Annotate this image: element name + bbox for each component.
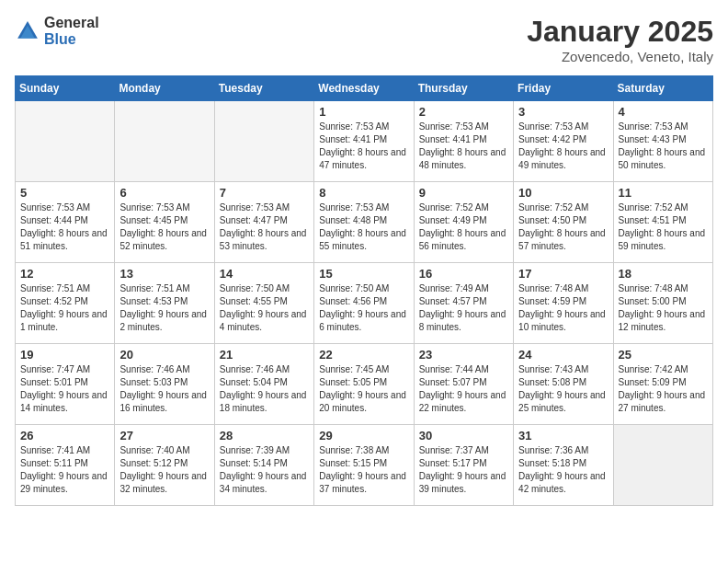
day-number: 31 bbox=[518, 429, 608, 442]
day-number: 10 bbox=[518, 186, 608, 200]
day-number: 6 bbox=[119, 186, 209, 200]
cell-sun-info: Sunrise: 7:43 AM Sunset: 5:08 PM Dayligh… bbox=[518, 363, 608, 415]
calendar-header-row: SundayMondayTuesdayWednesdayThursdayFrid… bbox=[16, 76, 713, 101]
header-thursday: Thursday bbox=[414, 76, 513, 101]
day-number: 28 bbox=[220, 429, 309, 442]
day-number: 17 bbox=[518, 267, 608, 281]
calendar-cell: 16Sunrise: 7:49 AM Sunset: 4:57 PM Dayli… bbox=[414, 263, 513, 344]
day-number: 8 bbox=[319, 186, 408, 200]
day-number: 9 bbox=[419, 186, 508, 200]
calendar-table: SundayMondayTuesdayWednesdayThursdayFrid… bbox=[15, 75, 713, 506]
header-monday: Monday bbox=[115, 76, 214, 101]
calendar-cell: 7Sunrise: 7:53 AM Sunset: 4:47 PM Daylig… bbox=[214, 182, 313, 263]
cell-sun-info: Sunrise: 7:53 AM Sunset: 4:45 PM Dayligh… bbox=[119, 201, 209, 253]
header-sunday: Sunday bbox=[16, 76, 115, 101]
day-number: 1 bbox=[319, 105, 408, 119]
calendar-cell: 18Sunrise: 7:48 AM Sunset: 5:00 PM Dayli… bbox=[613, 263, 712, 344]
cell-sun-info: Sunrise: 7:40 AM Sunset: 5:12 PM Dayligh… bbox=[119, 444, 209, 496]
cell-sun-info: Sunrise: 7:49 AM Sunset: 4:57 PM Dayligh… bbox=[419, 282, 508, 334]
day-number: 26 bbox=[20, 429, 109, 442]
cell-sun-info: Sunrise: 7:46 AM Sunset: 5:04 PM Dayligh… bbox=[220, 363, 309, 415]
location: Zovencedo, Veneto, Italy bbox=[527, 49, 713, 64]
calendar-cell: 15Sunrise: 7:50 AM Sunset: 4:56 PM Dayli… bbox=[314, 263, 414, 344]
cell-sun-info: Sunrise: 7:45 AM Sunset: 5:05 PM Dayligh… bbox=[319, 363, 408, 415]
day-number: 27 bbox=[119, 429, 209, 442]
calendar-cell: 19Sunrise: 7:47 AM Sunset: 5:01 PM Dayli… bbox=[16, 344, 115, 425]
cell-sun-info: Sunrise: 7:42 AM Sunset: 5:09 PM Dayligh… bbox=[619, 363, 708, 415]
cell-sun-info: Sunrise: 7:39 AM Sunset: 5:14 PM Dayligh… bbox=[220, 444, 309, 496]
cell-sun-info: Sunrise: 7:48 AM Sunset: 4:59 PM Dayligh… bbox=[518, 282, 608, 334]
header-tuesday: Tuesday bbox=[214, 76, 313, 101]
cell-sun-info: Sunrise: 7:37 AM Sunset: 5:17 PM Dayligh… bbox=[419, 444, 508, 496]
calendar-cell: 31Sunrise: 7:36 AM Sunset: 5:18 PM Dayli… bbox=[514, 425, 613, 506]
cell-sun-info: Sunrise: 7:52 AM Sunset: 4:51 PM Dayligh… bbox=[619, 201, 708, 253]
cell-sun-info: Sunrise: 7:51 AM Sunset: 4:53 PM Dayligh… bbox=[119, 282, 209, 334]
day-number: 12 bbox=[20, 267, 109, 281]
logo-general-text: General bbox=[44, 15, 99, 31]
logo-blue-text: Blue bbox=[44, 31, 99, 48]
cell-sun-info: Sunrise: 7:50 AM Sunset: 4:56 PM Dayligh… bbox=[319, 282, 408, 334]
header-saturday: Saturday bbox=[613, 76, 712, 101]
calendar-week-row: 19Sunrise: 7:47 AM Sunset: 5:01 PM Dayli… bbox=[16, 344, 713, 425]
day-number: 22 bbox=[319, 348, 408, 362]
cell-sun-info: Sunrise: 7:50 AM Sunset: 4:55 PM Dayligh… bbox=[220, 282, 309, 334]
day-number: 21 bbox=[220, 348, 309, 362]
calendar-week-row: 1Sunrise: 7:53 AM Sunset: 4:41 PM Daylig… bbox=[16, 101, 713, 182]
calendar-cell: 13Sunrise: 7:51 AM Sunset: 4:53 PM Dayli… bbox=[115, 263, 214, 344]
cell-sun-info: Sunrise: 7:53 AM Sunset: 4:44 PM Dayligh… bbox=[20, 201, 109, 253]
calendar-cell: 2Sunrise: 7:53 AM Sunset: 4:41 PM Daylig… bbox=[414, 101, 513, 182]
calendar-cell: 5Sunrise: 7:53 AM Sunset: 4:44 PM Daylig… bbox=[16, 182, 115, 263]
day-number: 18 bbox=[619, 267, 708, 281]
day-number: 20 bbox=[119, 348, 209, 362]
calendar-cell: 1Sunrise: 7:53 AM Sunset: 4:41 PM Daylig… bbox=[314, 101, 414, 182]
day-number: 23 bbox=[419, 348, 508, 362]
cell-sun-info: Sunrise: 7:46 AM Sunset: 5:03 PM Dayligh… bbox=[119, 363, 209, 415]
cell-sun-info: Sunrise: 7:53 AM Sunset: 4:43 PM Dayligh… bbox=[619, 121, 708, 172]
cell-sun-info: Sunrise: 7:41 AM Sunset: 5:11 PM Dayligh… bbox=[20, 444, 109, 496]
calendar-cell: 11Sunrise: 7:52 AM Sunset: 4:51 PM Dayli… bbox=[613, 182, 712, 263]
calendar-week-row: 12Sunrise: 7:51 AM Sunset: 4:52 PM Dayli… bbox=[16, 263, 713, 344]
calendar-cell: 9Sunrise: 7:52 AM Sunset: 4:49 PM Daylig… bbox=[414, 182, 513, 263]
day-number: 11 bbox=[619, 186, 708, 200]
calendar-cell: 6Sunrise: 7:53 AM Sunset: 4:45 PM Daylig… bbox=[115, 182, 214, 263]
calendar-cell: 20Sunrise: 7:46 AM Sunset: 5:03 PM Dayli… bbox=[115, 344, 214, 425]
header-friday: Friday bbox=[514, 76, 613, 101]
day-number: 7 bbox=[220, 186, 309, 200]
day-number: 24 bbox=[518, 348, 608, 362]
page-header: General Blue January 2025 Zovencedo, Ven… bbox=[15, 15, 713, 64]
day-number: 19 bbox=[20, 348, 109, 362]
calendar-cell bbox=[214, 101, 313, 182]
month-title: January 2025 bbox=[527, 15, 713, 49]
header-wednesday: Wednesday bbox=[314, 76, 414, 101]
calendar-cell: 29Sunrise: 7:38 AM Sunset: 5:15 PM Dayli… bbox=[314, 425, 414, 506]
day-number: 14 bbox=[220, 267, 309, 281]
cell-sun-info: Sunrise: 7:52 AM Sunset: 4:50 PM Dayligh… bbox=[518, 201, 608, 253]
calendar-cell: 14Sunrise: 7:50 AM Sunset: 4:55 PM Dayli… bbox=[214, 263, 313, 344]
day-number: 29 bbox=[319, 429, 408, 442]
cell-sun-info: Sunrise: 7:53 AM Sunset: 4:47 PM Dayligh… bbox=[220, 201, 309, 253]
calendar-cell bbox=[16, 101, 115, 182]
cell-sun-info: Sunrise: 7:36 AM Sunset: 5:18 PM Dayligh… bbox=[518, 444, 608, 496]
calendar-cell: 25Sunrise: 7:42 AM Sunset: 5:09 PM Dayli… bbox=[613, 344, 712, 425]
calendar-cell: 10Sunrise: 7:52 AM Sunset: 4:50 PM Dayli… bbox=[514, 182, 613, 263]
calendar-cell: 21Sunrise: 7:46 AM Sunset: 5:04 PM Dayli… bbox=[214, 344, 313, 425]
cell-sun-info: Sunrise: 7:53 AM Sunset: 4:41 PM Dayligh… bbox=[419, 121, 508, 172]
title-area: January 2025 Zovencedo, Veneto, Italy bbox=[527, 15, 713, 64]
day-number: 25 bbox=[619, 348, 708, 362]
calendar-cell: 23Sunrise: 7:44 AM Sunset: 5:07 PM Dayli… bbox=[414, 344, 513, 425]
calendar-week-row: 5Sunrise: 7:53 AM Sunset: 4:44 PM Daylig… bbox=[16, 182, 713, 263]
day-number: 2 bbox=[419, 105, 508, 119]
cell-sun-info: Sunrise: 7:53 AM Sunset: 4:41 PM Dayligh… bbox=[319, 121, 408, 172]
cell-sun-info: Sunrise: 7:52 AM Sunset: 4:49 PM Dayligh… bbox=[419, 201, 508, 253]
day-number: 3 bbox=[518, 105, 608, 119]
calendar-cell: 24Sunrise: 7:43 AM Sunset: 5:08 PM Dayli… bbox=[514, 344, 613, 425]
cell-sun-info: Sunrise: 7:51 AM Sunset: 4:52 PM Dayligh… bbox=[20, 282, 109, 334]
calendar-cell: 4Sunrise: 7:53 AM Sunset: 4:43 PM Daylig… bbox=[613, 101, 712, 182]
calendar-cell: 30Sunrise: 7:37 AM Sunset: 5:17 PM Dayli… bbox=[414, 425, 513, 506]
day-number: 13 bbox=[119, 267, 209, 281]
calendar-cell bbox=[115, 101, 214, 182]
cell-sun-info: Sunrise: 7:38 AM Sunset: 5:15 PM Dayligh… bbox=[319, 444, 408, 496]
cell-sun-info: Sunrise: 7:53 AM Sunset: 4:48 PM Dayligh… bbox=[319, 201, 408, 253]
day-number: 15 bbox=[319, 267, 408, 281]
logo: General Blue bbox=[15, 15, 99, 47]
